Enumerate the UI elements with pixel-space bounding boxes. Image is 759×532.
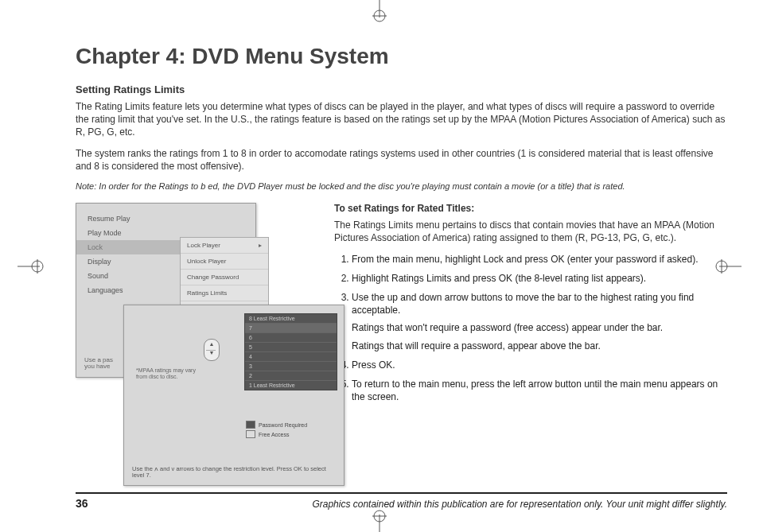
- menu-item-lock-label: Lock: [88, 243, 103, 251]
- legend-password-required: Password Required: [259, 422, 307, 428]
- submenu-unlock-player: Unlock Player: [181, 254, 268, 270]
- chevron-right-icon: ▸: [259, 242, 262, 249]
- menu-hint: Use a pas you have: [84, 357, 113, 371]
- section-heading: Setting Ratings Limits: [76, 83, 727, 95]
- rating-level-5: 5: [245, 343, 337, 352]
- rating-level-3: 3: [245, 362, 337, 371]
- rating-level-1: 1 Least Restrictive: [245, 381, 337, 390]
- subheading: To set Ratings for Rated Titles:: [334, 203, 727, 214]
- ratings-legend: Password Required Free Access: [246, 421, 337, 440]
- body-paragraph-2: The system ranks the ratings from 1 to 8…: [76, 147, 727, 173]
- step-4: Press OK.: [352, 359, 727, 371]
- mpaa-footnote: *MPAA ratings may vary from disc to disc…: [136, 367, 208, 379]
- submenu-ratings-limits: Ratings Limits: [181, 285, 268, 301]
- step-5: To return to the main menu, press the le…: [352, 378, 727, 403]
- steps-list: From the main menu, highlight Lock and p…: [334, 253, 727, 404]
- screenshot-ratings-panel: ▲▼ 8 Least Restrictive 7 6 5 4 3 2 1 Lea…: [123, 305, 344, 486]
- swatch-light: [246, 430, 255, 438]
- step-3-note-2: Ratings that will require a password, ap…: [352, 340, 727, 352]
- note-paragraph: Note: In order for the Ratings to b ed, …: [76, 181, 727, 192]
- crop-mark-bottom: [368, 508, 391, 532]
- subsection-paragraph: The Ratings Limits menu pertains to disc…: [334, 219, 727, 244]
- legend-free-access: Free Access: [259, 432, 290, 437]
- ratings-hint: Use the ʌ and v arrows to change the res…: [132, 466, 336, 480]
- crop-mark-left: [18, 254, 49, 278]
- page-footer: 36 Graphics contained within this public…: [76, 492, 727, 510]
- crop-mark-top: [368, 0, 391, 24]
- rating-level-2: 2: [245, 371, 337, 381]
- ratings-level-list: 8 Least Restrictive 7 6 5 4 3 2 1 Least …: [244, 313, 337, 390]
- figure-area: Resume Play Play Mode Lock 🔒◂ Display So…: [76, 203, 318, 473]
- rating-level-4: 4: [245, 352, 337, 362]
- rating-level-8: 8 Least Restrictive: [245, 314, 337, 324]
- rating-level-6: 6: [245, 333, 337, 343]
- body-paragraph-1: The Rating Limits feature lets you deter…: [76, 100, 727, 139]
- step-3: Use the up and down arrow buttons to mov…: [352, 291, 727, 352]
- menu-item-resume: Resume Play: [76, 212, 255, 226]
- footer-disclaimer: Graphics contained within this publicati…: [312, 499, 727, 510]
- up-down-arrow-icon: ▲▼: [204, 339, 220, 361]
- step-3-note-1: Ratings that won't require a password (f…: [352, 321, 727, 334]
- rating-level-7: 7: [245, 324, 337, 333]
- submenu-change-password: Change Password: [181, 270, 268, 285]
- page-number: 36: [76, 497, 88, 510]
- step-2: Highlight Ratings Limits and press OK (t…: [352, 272, 727, 285]
- submenu-lock-player: Lock Player▸: [181, 238, 268, 254]
- step-1: From the main menu, highlight Lock and p…: [352, 253, 727, 266]
- chapter-title: Chapter 4: DVD Menu System: [76, 44, 727, 69]
- swatch-dark: [246, 421, 255, 429]
